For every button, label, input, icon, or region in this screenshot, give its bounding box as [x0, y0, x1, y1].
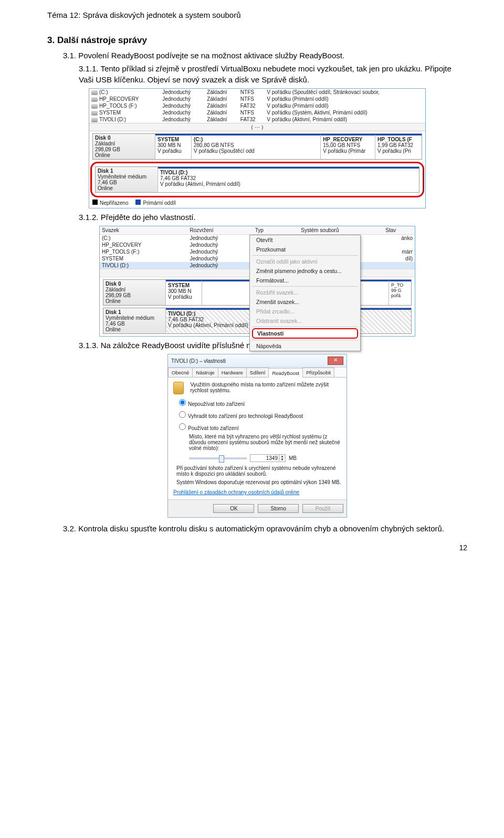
menu-item: Rozšířit svazek... — [250, 288, 360, 297]
size-slider[interactable] — [189, 457, 247, 459]
menu-item[interactable]: Vlastnosti — [252, 328, 358, 339]
para-3-1-1: 3.1.1. Tento příklad si zřejmě v prostře… — [79, 63, 467, 85]
size-input[interactable]: 1349 ▲▼ — [250, 454, 286, 462]
apply-button[interactable]: Použít — [302, 504, 343, 513]
partition[interactable]: SYSTEM300 MB NV pořádku — [166, 280, 202, 305]
radio-disable[interactable]: Nepoužívat toto zařízení — [176, 397, 341, 407]
context-menu: OtevřítProzkoumatOznačit oddíl jako akti… — [249, 235, 361, 351]
tab-readyboost[interactable]: ReadyBoost — [268, 368, 303, 378]
document-header: Téma 12: Správa diskových jednotek a sys… — [47, 11, 467, 19]
menu-item[interactable]: Formátovat... — [250, 276, 360, 285]
volume-row[interactable]: HP_RECOVERYJednoduchýZákladníNTFSV pořád… — [89, 96, 425, 102]
disk0-header[interactable]: Disk 0 Základní 298,09 GB Online — [93, 134, 155, 159]
menu-item: Přidat zrcadlo... — [250, 307, 360, 316]
spinner[interactable]: ▲▼ — [279, 455, 285, 461]
partition-edge: P_TO99 Gpořá — [389, 280, 411, 305]
tab-hardware[interactable]: Hardware — [218, 368, 247, 377]
menu-item[interactable]: Prozkoumat — [250, 245, 360, 254]
horizontal-scrollbar[interactable]: ⟨ ⋯ ⟩ — [89, 123, 425, 131]
menu-item[interactable]: Zmenšit svazek... — [250, 297, 360, 307]
radio-use[interactable]: Používat toto zařízení — [176, 422, 341, 431]
volume-row[interactable]: (C:)JednoduchýZákladníNTFSV pořádku (Spo… — [89, 89, 425, 96]
cancel-button[interactable]: Storno — [258, 504, 299, 513]
partition[interactable]: TIVOLI (D:)7,46 GB FAT32V pořádku (Aktiv… — [158, 167, 419, 192]
ok-button[interactable]: OK — [213, 504, 254, 513]
disk-management-figure-2: Svazek Rozvržení Typ Systém souborů Stav… — [99, 226, 415, 337]
readyboost-properties-dialog: TIVOLI (D:) – vlastnosti ✕ ObecnéNástroj… — [167, 354, 347, 518]
partition[interactable]: HP_TOOLS (F1,99 GB FAT32V pořádku (Pri — [375, 134, 422, 159]
volume-table: (C:)JednoduchýZákladníNTFSV pořádku (Spo… — [89, 89, 425, 123]
volume-row[interactable]: SYSTEMJednoduchýZákladníNTFSV pořádku (S… — [89, 109, 425, 116]
para-3-1: 3.1. Povolení ReadyBoost podívejte se na… — [63, 50, 467, 61]
disk1-highlight: Disk 1 Vyměnitelné médium 7,46 GB Online… — [90, 162, 424, 197]
menu-item[interactable]: Změnit písmeno jednotky a cestu... — [250, 266, 360, 276]
partition[interactable]: SYSTEM300 MB NV pořádku — [155, 134, 192, 159]
disk1-header[interactable]: Disk 1 Vyměnitelné médium 7,46 GB Online — [103, 308, 166, 333]
tab-nástroje[interactable]: Nástroje — [192, 368, 218, 377]
disk0-header[interactable]: Disk 0 Základní 298,09 GB Online — [103, 280, 166, 305]
radio-dedicate[interactable]: Vyhradit toto zařízení pro technologii R… — [176, 410, 341, 419]
section-3-title: 3. Další nástroje správy — [47, 35, 467, 46]
dialog-title-bar: TIVOLI (D:) – vlastnosti ✕ — [168, 354, 346, 368]
dialog-title: TIVOLI (D:) – vlastnosti — [171, 358, 226, 364]
para-3-1-2: 3.1.2. Přejděte do jeho vlastností. — [79, 212, 467, 223]
disk1-panel: Disk 1 Vyměnitelné médium 7,46 GB Online… — [95, 166, 419, 193]
volume-row[interactable]: TIVOLI (D:)JednoduchýZákladníFAT32V pořá… — [89, 116, 425, 123]
readyboost-icon — [173, 382, 184, 394]
tab-obecné[interactable]: Obecné — [168, 368, 193, 377]
menu-item: Označit oddíl jako aktivní — [250, 257, 360, 266]
disk1-header[interactable]: Disk 1 Vyměnitelné médium 7,46 GB Online — [96, 167, 158, 192]
partition[interactable]: HP_RECOVERY15,00 GB NTFSV pořádku (Primá… — [321, 134, 375, 159]
close-icon[interactable]: ✕ — [328, 357, 343, 365]
tab-sdílení[interactable]: Sdílení — [246, 368, 269, 377]
page-number: 12 — [47, 543, 467, 552]
tab-přizpůsobit[interactable]: Přizpůsobit — [302, 368, 334, 377]
privacy-link[interactable]: Prohlášení o zásadách ochrany osobních ú… — [173, 489, 341, 495]
menu-item: Odstranit svazek... — [250, 316, 360, 326]
intro-text: Využitím dostupného místa na tomto zaříz… — [190, 382, 341, 393]
legend: Nepřiřazeno Primární oddíl — [89, 197, 425, 208]
menu-item[interactable]: Nápověda — [250, 341, 360, 351]
slider-label: Místo, které má být vyhrazeno pro větší … — [189, 434, 341, 451]
dialog-tabs: ObecnéNástrojeHardwareSdíleníReadyBoostP… — [168, 368, 346, 378]
note-1: Při používání tohoto zařízení k urychlen… — [176, 465, 341, 477]
disk0-panel: Disk 0 Základní 298,09 GB Online SYSTEM3… — [92, 133, 422, 160]
para-3-2: 3.2. Kontrola disku spusťte kontrolu dis… — [63, 523, 467, 534]
partition[interactable]: (C:)280,80 GB NTFSV pořádku (Spouštěcí o… — [192, 134, 321, 159]
unit-label: MB — [289, 455, 297, 461]
note-2: Systém Windows doporučuje rezervovat pro… — [176, 479, 341, 485]
volume-row[interactable]: HP_TOOLS (F:)JednoduchýZákladníFAT32V po… — [89, 102, 425, 109]
menu-item[interactable]: Otevřít — [250, 235, 360, 245]
disk-management-figure-1: (C:)JednoduchýZákladníNTFSV pořádku (Spo… — [89, 88, 426, 208]
